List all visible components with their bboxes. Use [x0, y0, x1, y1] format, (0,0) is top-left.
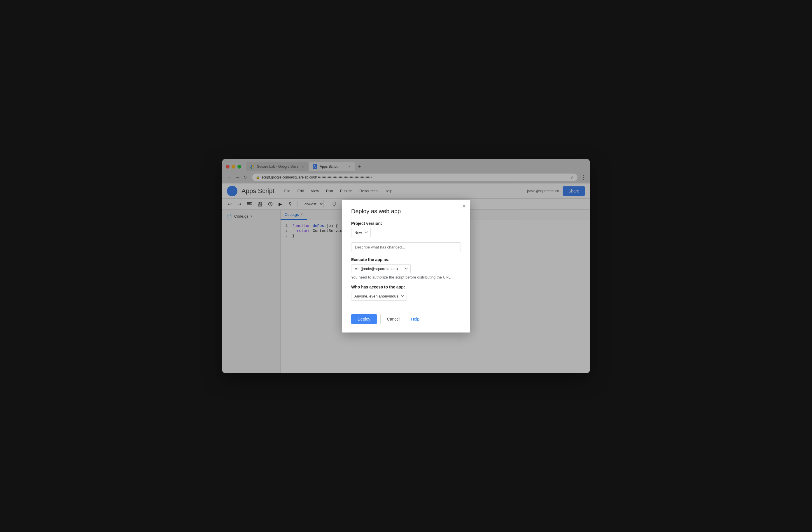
execute-as-select[interactable]: Me (jamie@squarelab.co) User accessing t…	[351, 264, 411, 273]
dialog-close-button[interactable]: ×	[462, 203, 465, 209]
dialog-footer: Deploy Cancel Help	[351, 309, 461, 324]
project-version-section: Project version: New 1 2	[351, 221, 461, 252]
access-section: Who has access to the app: Anyone, even …	[351, 285, 461, 301]
modal-overlay: × Deploy as web app Project version: New…	[0, 0, 812, 532]
execute-as-label: Execute the app as:	[351, 257, 461, 262]
auth-hint: You need to authorize the script before …	[351, 275, 461, 279]
project-version-select[interactable]: New 1 2	[351, 228, 371, 237]
description-input[interactable]	[351, 242, 461, 252]
project-version-label: Project version:	[351, 221, 461, 226]
deploy-button[interactable]: Deploy	[351, 314, 377, 324]
deploy-dialog: × Deploy as web app Project version: New…	[342, 200, 470, 332]
execute-as-section: Execute the app as: Me (jamie@squarelab.…	[351, 257, 461, 279]
cancel-button[interactable]: Cancel	[380, 314, 407, 324]
dialog-title: Deploy as web app	[351, 208, 461, 215]
access-select[interactable]: Anyone, even anonymous Anyone Only mysel…	[351, 292, 407, 301]
access-label: Who has access to the app:	[351, 285, 461, 289]
help-button[interactable]: Help	[411, 317, 419, 321]
